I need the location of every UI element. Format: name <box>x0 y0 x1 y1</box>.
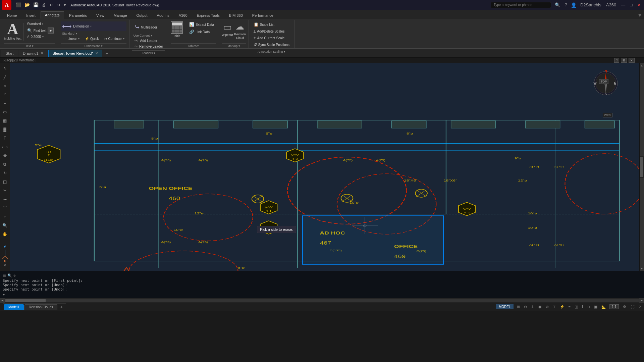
snap-icon[interactable]: ⊙ <box>523 305 528 309</box>
workspace-icon[interactable]: ⚙ <box>622 305 628 309</box>
scale-list-btn[interactable]: 📋 Scale List <box>252 21 291 28</box>
viewport-restore[interactable]: ⊞ <box>621 58 627 63</box>
model-indicator[interactable]: MODEL <box>496 304 514 309</box>
text-style-dropdown[interactable]: Standard ▾ <box>26 21 55 27</box>
lt-trim[interactable]: ✂ <box>1 187 9 195</box>
sign-in[interactable]: A360 <box>605 2 617 8</box>
add-delete-scales-btn[interactable]: ± Add/Delete Scales <box>252 28 291 34</box>
text-size-row[interactable]: A 0.2000 ▾ <box>26 35 55 39</box>
selection-icon[interactable]: ▣ <box>593 305 598 309</box>
model-tab[interactable]: Model1 <box>4 304 24 310</box>
qa-new[interactable]: ⬛ <box>15 2 22 8</box>
tab-manage[interactable]: Manage <box>109 12 131 19</box>
lt-text[interactable]: T <box>1 134 9 142</box>
h-scroll-thumb[interactable] <box>5 299 46 302</box>
tab-home[interactable]: Home <box>3 12 21 19</box>
anno-vis-icon[interactable]: 📐 <box>601 305 607 309</box>
lt-select[interactable]: ↖ <box>1 64 9 72</box>
help-status-icon[interactable]: ? <box>638 305 641 309</box>
find-text-button[interactable]: 🔍 Find text ▶ <box>26 27 55 34</box>
lt-chamfer[interactable]: ⌐ <box>1 213 9 221</box>
cmd-scroll-icon[interactable]: ☰ <box>3 273 6 278</box>
add-current-scale-btn[interactable]: + Add Current Scale <box>252 35 291 41</box>
tab-parametric[interactable]: Parametric <box>65 12 91 19</box>
isoplane-icon[interactable]: ◇ <box>587 305 591 309</box>
lt-line[interactable]: ╱ <box>1 73 9 81</box>
grid-icon[interactable]: ⊞ <box>516 305 521 309</box>
qa-undo[interactable]: ↩ <box>49 2 54 8</box>
multileader-btn[interactable]: ⤷ Multileader <box>132 21 165 33</box>
close-revcloud[interactable]: ✕ <box>95 51 98 55</box>
tab-bim360[interactable]: BIM 360 <box>225 12 247 19</box>
lt-zoom[interactable]: 🔍 <box>1 221 9 229</box>
info-center-search[interactable]: 🔍 <box>554 2 561 8</box>
qa-redo[interactable]: ↪ <box>56 2 61 8</box>
user-name[interactable]: D2Sanchis <box>579 2 602 8</box>
revision-cloud-btn[interactable]: ☁ RevisionCloud <box>234 21 246 40</box>
doc-tab-revcloud[interactable]: Steuart Tower Revcloud* ✕ <box>48 50 102 57</box>
quick-dim-btn[interactable]: ⚡ Quick <box>83 36 101 41</box>
qa-plot[interactable]: 🖨 <box>41 2 47 8</box>
add-leader-btn[interactable]: +⤷ Add Leader <box>132 38 160 43</box>
app-minimize[interactable]: — <box>620 2 626 8</box>
osnap-icon[interactable]: ⊕ <box>545 305 549 309</box>
app-close[interactable]: ✕ <box>636 2 642 8</box>
viewport-close[interactable]: ✕ <box>629 58 635 63</box>
dynin-icon[interactable]: ⚡ <box>559 305 565 309</box>
doc-tab-drawing1[interactable]: Drawing1 ✕ <box>18 50 47 57</box>
keyword-search[interactable] <box>491 2 551 8</box>
new-tab-button[interactable]: + <box>103 49 111 57</box>
extract-data-btn[interactable]: 📊 Extract Data <box>187 21 216 28</box>
lt-mirror[interactable]: ◫ <box>1 178 9 186</box>
scale-indicator[interactable]: 1:1 <box>609 304 619 309</box>
lt-circle[interactable]: ○ <box>1 82 9 90</box>
tab-insert[interactable]: Insert <box>22 12 40 19</box>
table-btn[interactable]: Table <box>171 21 183 38</box>
scroll-thumb[interactable] <box>640 157 643 177</box>
lt-arc[interactable]: ◜ <box>1 91 9 99</box>
info-center-help[interactable]: ? <box>564 2 568 8</box>
remove-leader-btn[interactable]: -⤷ Remove Leader <box>132 44 165 49</box>
lt-hatch[interactable]: ▦ <box>1 117 9 125</box>
lt-move[interactable]: ✥ <box>1 152 9 160</box>
scroll-up[interactable]: ▲ <box>640 63 644 68</box>
transparency-icon[interactable]: ◫ <box>574 305 579 309</box>
dim-style-arrow[interactable]: ▾ <box>76 32 77 35</box>
scroll-track-bottom[interactable] <box>640 178 644 266</box>
wipeout-btn[interactable]: ▭ Wipeout <box>222 21 233 37</box>
tab-addins[interactable]: Add-ins <box>153 12 174 19</box>
scroll-down[interactable]: ▼ <box>640 266 644 271</box>
linear-dim-btn[interactable]: ↔ Linear ▾ <box>61 36 82 41</box>
cmd-settings-icon[interactable]: ⚙ <box>13 273 16 278</box>
ortho-icon[interactable]: ⊥ <box>530 305 535 309</box>
tab-output[interactable]: Output <box>132 12 152 19</box>
leader-style-arrow[interactable]: ▾ <box>151 34 152 37</box>
multiline-text-button[interactable]: A Multiline Text <box>4 21 21 41</box>
scroll-left[interactable]: ◀ <box>0 298 5 303</box>
lt-rotate[interactable]: ↻ <box>1 169 9 177</box>
fullscreen-icon[interactable]: ⛶ <box>630 305 635 309</box>
qprops-icon[interactable]: ℹ <box>581 305 584 309</box>
tab-view[interactable]: View <box>92 12 109 19</box>
continue-dim-btn[interactable]: ↣ Continue ▾ <box>102 36 126 41</box>
lt-fillet[interactable]: ⌒ <box>1 204 9 212</box>
lt-rectangle[interactable]: ▭ <box>1 108 9 116</box>
lt-pan[interactable]: ✋ <box>1 230 9 238</box>
lineweight-icon[interactable]: ≡ <box>568 305 571 309</box>
qa-dropdown[interactable]: ▾ <box>63 2 67 8</box>
command-input-field[interactable] <box>6 292 641 297</box>
scroll-right[interactable]: ▶ <box>639 298 644 303</box>
viewport-maximize[interactable]: □ <box>614 58 619 63</box>
lt-gradient[interactable]: ▓ <box>1 125 9 134</box>
polar-icon[interactable]: ◉ <box>538 305 542 309</box>
lt-polyline[interactable]: ⌐ <box>1 99 9 107</box>
lt-copy[interactable]: ⧉ <box>1 160 9 168</box>
doc-tab-start[interactable]: Start <box>1 50 18 57</box>
qa-open[interactable]: 📂 <box>23 2 31 8</box>
scroll-track[interactable] <box>640 68 644 156</box>
tab-performance[interactable]: Performance <box>248 12 278 19</box>
ribbon-minimize[interactable]: ▾ <box>636 11 644 19</box>
tab-a360[interactable]: A360 <box>174 12 192 19</box>
link-data-btn[interactable]: 🔗 Link Data <box>187 29 216 35</box>
autocad-logo[interactable]: A <box>2 0 11 10</box>
